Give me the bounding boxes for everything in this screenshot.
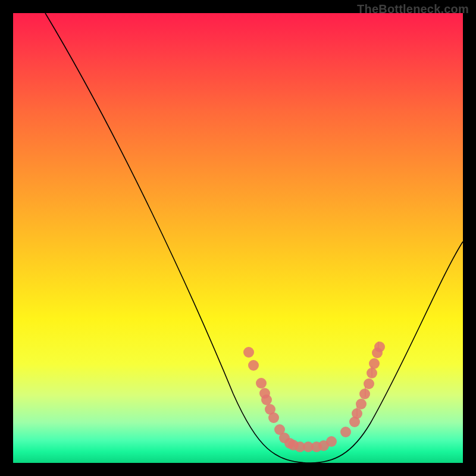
plot-area	[13, 13, 463, 463]
optimal-markers	[243, 342, 385, 452]
optimal-marker	[340, 427, 351, 437]
optimal-marker	[359, 389, 370, 399]
curve-layer	[13, 13, 463, 463]
optimal-marker	[248, 360, 259, 371]
optimal-marker	[256, 378, 267, 389]
optimal-marker	[374, 342, 385, 352]
optimal-marker	[369, 358, 380, 369]
chart-stage: TheBottleneck.com	[0, 0, 476, 476]
optimal-marker	[326, 436, 337, 447]
watermark-text: TheBottleneck.com	[357, 2, 469, 16]
optimal-marker	[268, 412, 279, 423]
optimal-marker	[356, 399, 367, 409]
optimal-marker	[243, 347, 254, 358]
bottleneck-curve	[45, 13, 463, 463]
optimal-marker	[261, 394, 272, 405]
